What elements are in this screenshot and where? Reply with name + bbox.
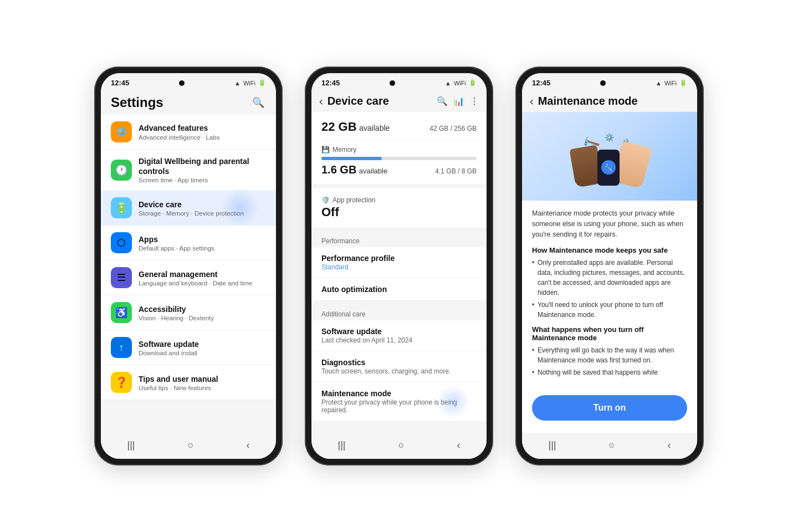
- nav-back-1[interactable]: ‹: [246, 439, 249, 451]
- dc-divider-1: [321, 140, 477, 140]
- dc-more-icon[interactable]: ⋮: [470, 96, 479, 106]
- dc-storage-available: 22 GB available: [321, 120, 390, 134]
- status-icons-2: ▲WiFi🔋: [445, 79, 477, 86]
- dc-search-icon[interactable]: 🔍: [437, 96, 448, 106]
- device-care-content: 22 GB available 42 GB / 256 GB 💾 Memory: [311, 112, 487, 433]
- dc-auto-optimization[interactable]: Auto optimization: [311, 278, 487, 300]
- dc-memory-bar: [321, 157, 477, 160]
- status-icons-3: ▲WiFi🔋: [656, 79, 687, 86]
- tips-sub: Useful tips · New features: [139, 385, 266, 391]
- phone-icon-graphic: 🔧: [597, 150, 620, 186]
- nav-home-3[interactable]: ○: [609, 439, 615, 451]
- nav-home-1[interactable]: ○: [188, 439, 194, 451]
- wellbeing-sub: Screen time · App timers: [139, 177, 266, 183]
- phone-2-screen: 12:45 ▲WiFi🔋 ‹ Device care 🔍 📊 ⋮: [311, 73, 487, 459]
- apps-text: Apps Default apps · App settings: [139, 234, 266, 252]
- nav-bar-2: ||| ○ ‹: [311, 433, 487, 459]
- settings-item-accessibility[interactable]: ♿ Accessibility Vision · Hearing · Dexte…: [101, 295, 276, 330]
- dc-memory-available: 1.6 GB available: [321, 163, 387, 176]
- dc-diagnostics-sub: Touch screen, sensors, charging, and mor…: [321, 367, 477, 375]
- status-time-1: 12:45: [111, 79, 129, 87]
- dc-memory-avail-label: available: [359, 167, 387, 175]
- status-time-3: 12:45: [532, 79, 550, 87]
- nav-recent-3[interactable]: |||: [549, 439, 556, 451]
- status-time-2: 12:45: [321, 79, 340, 87]
- tips-text: Tips and user manual Useful tips · New f…: [139, 374, 266, 391]
- phones-container: 12:45 ▲WiFi🔋 Settings 🔍 ⚙️ Advanced: [72, 33, 726, 499]
- camera-notch-3: [600, 80, 606, 86]
- advanced-sub: Advanced intelligence · Labs: [139, 134, 266, 141]
- dc-back-button[interactable]: ‹: [319, 95, 323, 108]
- mm-bullet-2-1: Nothing will be saved that happens while: [532, 367, 687, 377]
- general-title: General management: [139, 269, 266, 279]
- dc-ap-label: 🛡️ App protection: [321, 196, 477, 204]
- dc-header-icons: 🔍 📊 ⋮: [437, 96, 479, 106]
- mm-header: ‹ Maintenance mode: [522, 89, 697, 112]
- mm-bullet-2-0: Everything will go back to the way it wa…: [532, 345, 687, 365]
- dc-storage-row: 22 GB available 42 GB / 256 GB: [321, 120, 477, 134]
- gear-icon: ⚙️: [605, 133, 614, 142]
- dc-storage-amount: 22 GB: [321, 120, 357, 134]
- dc-header-title: Device care: [328, 95, 432, 108]
- dc-ap-value: Off: [321, 205, 477, 219]
- dc-memory-row: 1.6 GB available 4.1 GB / 8 GB: [321, 163, 477, 176]
- wellbeing-title: Digital Wellbeing and parental controls: [139, 156, 266, 176]
- general-icon: ☰: [111, 267, 132, 288]
- general-sub: Language and keyboard · Date and time: [139, 280, 266, 287]
- dc-perf-profile[interactable]: Performance profile Standard: [311, 247, 487, 278]
- nav-back-2[interactable]: ‹: [457, 439, 460, 451]
- software-title: Software update: [139, 339, 266, 349]
- settings-item-wellbeing[interactable]: 🕐 Digital Wellbeing and parental control…: [101, 150, 276, 191]
- camera-notch-1: [179, 80, 185, 86]
- advanced-text: Advanced features Advanced intelligence …: [139, 123, 266, 140]
- dc-additional-care-header: Additional care: [311, 305, 487, 320]
- nav-home-2[interactable]: ○: [398, 439, 405, 451]
- accessibility-icon: ♿: [111, 302, 132, 323]
- dc-storage-avail-label: available: [359, 124, 390, 132]
- settings-item-tips[interactable]: ❓ Tips and user manual Useful tips · New…: [101, 365, 276, 400]
- nav-bar-3: ||| ○ ‹: [522, 433, 697, 459]
- dc-app-protection-section[interactable]: 🛡️ App protection Off: [311, 188, 487, 227]
- advanced-icon: ⚙️: [111, 121, 132, 142]
- settings-list: ⚙️ Advanced features Advanced intelligen…: [101, 115, 276, 433]
- dc-performance-header: Performance: [311, 232, 487, 247]
- hands-group: 🔧: [572, 144, 647, 186]
- dc-perf-profile-sub: Standard: [321, 263, 477, 271]
- advanced-title: Advanced features: [139, 123, 266, 133]
- dc-perf-profile-title: Performance profile: [321, 254, 477, 263]
- mm-bullet-1-0: Only preinstalled apps are available. Pe…: [532, 258, 687, 298]
- dc-additional-section: Software update Last checked on April 11…: [311, 320, 487, 421]
- wellbeing-text: Digital Wellbeing and parental controls …: [139, 156, 266, 183]
- nav-recent-2[interactable]: |||: [338, 439, 346, 451]
- wrench-phone-icon: 🔧: [601, 160, 616, 175]
- dc-chart-icon[interactable]: 📊: [453, 96, 464, 106]
- search-button[interactable]: 🔍: [250, 95, 266, 110]
- accessibility-text: Accessibility Vision · Hearing · Dexteri…: [139, 304, 266, 321]
- device-care-text: Device care Storage · Memory · Device pr…: [139, 200, 266, 217]
- settings-item-software[interactable]: ↑ Software update Download and install: [101, 330, 276, 365]
- settings-item-advanced[interactable]: ⚙️ Advanced features Advanced intelligen…: [101, 115, 276, 150]
- phone-3-screen: 12:45 ▲WiFi🔋 ‹ Maintenance mode 🔨 🔧: [522, 73, 697, 459]
- device-care-icon: 🔋: [111, 197, 132, 218]
- settings-header: Settings 🔍: [101, 89, 276, 115]
- dc-maintenance-mode[interactable]: Maintenance mode Protect your privacy wh…: [311, 382, 487, 421]
- settings-title: Settings: [111, 95, 163, 110]
- dc-diagnostics[interactable]: Diagnostics Touch screen, sensors, charg…: [311, 351, 487, 382]
- settings-item-general[interactable]: ☰ General management Language and keyboa…: [101, 260, 276, 295]
- mm-content: 🔨 🔧 🪛 ⚙️ 🔧: [522, 112, 697, 433]
- settings-item-apps[interactable]: ⬡ Apps Default apps · App settings: [101, 226, 276, 260]
- dc-sw-update-sub: Last checked on April 11, 2024: [321, 336, 477, 344]
- dc-memory-amount: 1.6 GB: [321, 163, 356, 176]
- accessibility-title: Accessibility: [139, 304, 266, 314]
- nav-back-3[interactable]: ‹: [667, 439, 671, 451]
- phone-1-screen: 12:45 ▲WiFi🔋 Settings 🔍 ⚙️ Advanced: [101, 73, 276, 459]
- settings-item-device-care[interactable]: 🔋 Device care Storage · Memory · Device …: [101, 191, 276, 226]
- dc-performance-section: Performance profile Standard Auto optimi…: [311, 247, 487, 300]
- dc-software-update[interactable]: Software update Last checked on April 11…: [311, 320, 487, 351]
- nav-recent-1[interactable]: |||: [127, 439, 135, 451]
- status-bar-1: 12:45 ▲WiFi🔋: [101, 73, 276, 89]
- turn-on-button[interactable]: Turn on: [532, 395, 687, 421]
- status-icons-1: ▲WiFi🔋: [234, 79, 266, 86]
- mm-back-button[interactable]: ‹: [530, 95, 534, 108]
- mm-header-title: Maintenance mode: [538, 95, 638, 108]
